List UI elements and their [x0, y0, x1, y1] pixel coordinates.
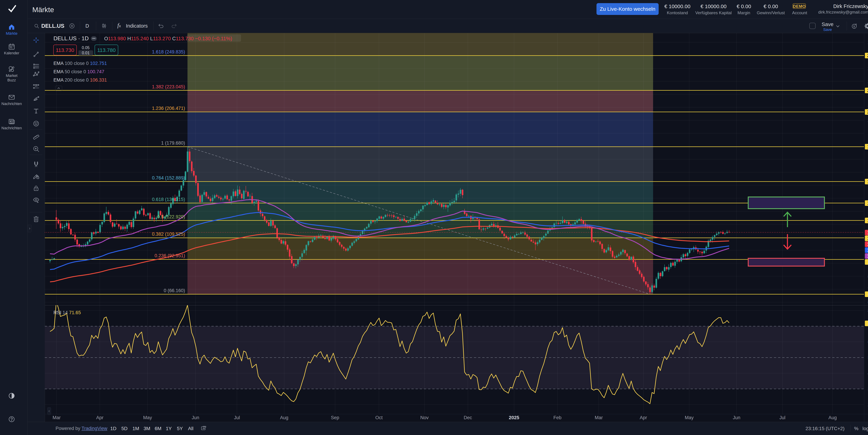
svg-text:1 (179.680): 1 (179.680): [161, 141, 185, 146]
svg-text:0.236 (92.951): 0.236 (92.951): [155, 253, 185, 258]
svg-text:0.618 (136.315): 0.618 (136.315): [152, 197, 185, 202]
svg-text:1.618 (249.835): 1.618 (249.835): [152, 49, 185, 55]
svg-text:1.382 (223.045): 1.382 (223.045): [152, 84, 185, 89]
svg-text:0 (66.160): 0 (66.160): [164, 288, 185, 293]
svg-text:1.236 (206.471): 1.236 (206.471): [152, 106, 185, 111]
svg-text:0.382 (109.525): 0.382 (109.525): [152, 231, 185, 237]
svg-text:0.764 (152.889): 0.764 (152.889): [152, 175, 185, 181]
svg-text:0.5 (122.920): 0.5 (122.920): [157, 214, 185, 219]
